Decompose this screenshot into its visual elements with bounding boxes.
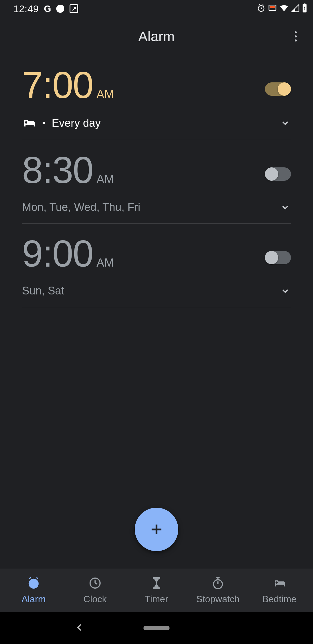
svg-line-14 <box>29 577 31 578</box>
alarm-time-button[interactable]: 7:00 AM <box>22 66 114 104</box>
nav-bedtime[interactable]: Bedtime <box>249 576 310 605</box>
nav-label: Clock <box>83 594 107 605</box>
more-vert-icon <box>295 31 297 33</box>
alarm-schedule-text: Mon, Tue, Wed, Thu, Fri <box>22 201 140 214</box>
cast-icon <box>268 3 277 14</box>
status-left: 12:49 G <box>13 3 78 15</box>
svg-line-2 <box>261 8 262 9</box>
system-nav-bar <box>0 612 313 644</box>
svg-line-3 <box>259 5 260 6</box>
alarm-item: 9:00 AM Sun, Sat <box>22 224 291 307</box>
alarm-time: 9:00 <box>22 235 93 272</box>
home-pill[interactable] <box>143 626 170 630</box>
expand-button[interactable] <box>279 285 291 297</box>
signal-icon <box>291 4 300 14</box>
svg-line-18 <box>95 583 97 584</box>
nav-label: Alarm <box>21 594 46 605</box>
nav-clock[interactable]: Clock <box>64 576 126 605</box>
record-dot-icon <box>56 5 64 13</box>
status-bar: 12:49 G <box>0 0 313 17</box>
page-title: Alarm <box>138 28 174 44</box>
expand-button[interactable] <box>279 117 291 129</box>
alarm-toggle[interactable] <box>265 167 291 181</box>
back-button[interactable] <box>75 623 84 633</box>
hourglass-icon <box>150 576 163 591</box>
alarm-item: 8:30 AM Mon, Tue, Wed, Thu, Fri <box>22 140 291 224</box>
alarm-status-icon <box>257 4 265 14</box>
status-time: 12:49 <box>13 3 39 15</box>
nav-label: Timer <box>145 594 168 605</box>
chevron-down-icon <box>280 286 290 296</box>
alarm-schedule-text: Every day <box>52 117 101 129</box>
alarm-time-button[interactable]: 8:30 AM <box>22 151 114 189</box>
svg-line-4 <box>263 5 264 6</box>
screenshot-icon <box>70 4 78 13</box>
svg-rect-6 <box>270 6 275 8</box>
bottom-nav: Alarm Clock Timer Stopwatch Bedtime <box>0 569 313 612</box>
svg-line-15 <box>37 577 38 578</box>
nav-label: Stopwatch <box>196 594 239 605</box>
chevron-down-icon <box>280 118 290 128</box>
alarm-ampm: AM <box>97 173 114 186</box>
nav-timer[interactable]: Timer <box>126 576 187 605</box>
alarm-schedule-text: Sun, Sat <box>22 285 64 297</box>
bed-icon <box>22 116 36 130</box>
alarm-time: 7:00 <box>22 66 93 104</box>
alarm-list: 7:00 AM • Every day <box>0 55 313 307</box>
google-icon: G <box>44 3 51 14</box>
alarm-item: 7:00 AM • Every day <box>22 55 291 140</box>
plus-icon <box>149 522 164 537</box>
expand-button[interactable] <box>279 202 291 213</box>
nav-alarm[interactable]: Alarm <box>3 576 64 605</box>
more-options-button[interactable] <box>287 28 304 45</box>
wifi-icon <box>279 3 289 14</box>
alarm-clock-icon <box>27 576 40 591</box>
status-right <box>257 3 307 14</box>
bed-icon <box>273 576 286 591</box>
chevron-down-icon <box>280 202 290 212</box>
battery-charging-icon <box>302 3 307 14</box>
nav-label: Bedtime <box>262 594 296 605</box>
alarm-ampm: AM <box>97 88 114 101</box>
alarm-time-button[interactable]: 9:00 AM <box>22 235 114 272</box>
alarm-time: 8:30 <box>22 151 93 189</box>
alarm-schedule: • Every day <box>22 116 101 130</box>
chevron-left-icon <box>75 623 84 632</box>
clock-icon <box>88 576 102 591</box>
alarm-schedule: Mon, Tue, Wed, Thu, Fri <box>22 201 140 214</box>
alarm-schedule: Sun, Sat <box>22 285 64 297</box>
app-bar: Alarm <box>0 17 313 55</box>
add-alarm-button[interactable] <box>135 508 178 551</box>
alarm-toggle[interactable] <box>265 251 291 264</box>
separator-dot: • <box>42 118 46 128</box>
nav-stopwatch[interactable]: Stopwatch <box>187 576 249 605</box>
stopwatch-icon <box>211 576 225 591</box>
svg-rect-8 <box>304 3 305 5</box>
alarm-toggle[interactable] <box>265 82 291 96</box>
alarm-ampm: AM <box>97 256 114 269</box>
